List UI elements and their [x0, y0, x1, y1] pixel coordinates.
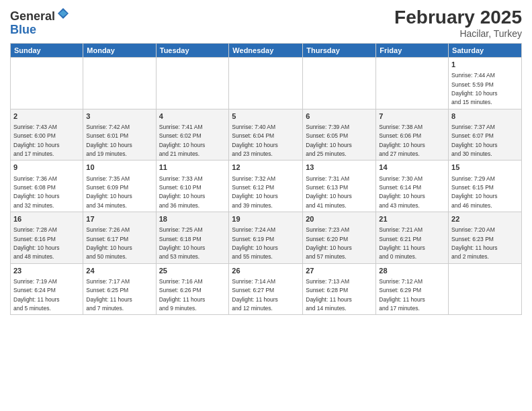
- calendar-day-cell: 13Sunrise: 7:31 AM Sunset: 6:13 PM Dayli…: [303, 161, 376, 212]
- calendar-day-cell: 18Sunrise: 7:25 AM Sunset: 6:18 PM Dayli…: [156, 212, 229, 263]
- header: General Blue February 2025 Hacilar, Turk…: [10, 7, 522, 39]
- day-info: Sunrise: 7:21 AM Sunset: 6:21 PM Dayligh…: [379, 226, 425, 260]
- calendar-day-cell: 4Sunrise: 7:41 AM Sunset: 6:02 PM Daylig…: [156, 109, 229, 161]
- title-block: February 2025 Hacilar, Turkey: [394, 7, 522, 39]
- calendar-week-row: 16Sunrise: 7:28 AM Sunset: 6:16 PM Dayli…: [11, 212, 522, 263]
- day-info: Sunrise: 7:12 AM Sunset: 6:29 PM Dayligh…: [379, 278, 425, 312]
- day-number: 9: [13, 163, 80, 173]
- calendar-day-cell: 27Sunrise: 7:13 AM Sunset: 6:28 PM Dayli…: [303, 263, 376, 315]
- day-info: Sunrise: 7:36 AM Sunset: 6:08 PM Dayligh…: [13, 175, 60, 209]
- day-info: Sunrise: 7:13 AM Sunset: 6:28 PM Dayligh…: [306, 278, 352, 312]
- calendar-header-cell: Thursday: [303, 44, 376, 58]
- day-info: Sunrise: 7:32 AM Sunset: 6:12 PM Dayligh…: [232, 175, 278, 209]
- day-info: Sunrise: 7:14 AM Sunset: 6:27 PM Dayligh…: [232, 278, 278, 312]
- calendar-day-cell: 22Sunrise: 7:20 AM Sunset: 6:23 PM Dayli…: [449, 212, 522, 263]
- calendar-day-cell: 25Sunrise: 7:16 AM Sunset: 6:26 PM Dayli…: [156, 263, 229, 315]
- calendar-day-cell: 12Sunrise: 7:32 AM Sunset: 6:12 PM Dayli…: [229, 161, 303, 212]
- calendar-week-row: 23Sunrise: 7:19 AM Sunset: 6:24 PM Dayli…: [11, 263, 522, 315]
- calendar-day-cell: [303, 58, 376, 109]
- calendar-header-cell: Sunday: [11, 44, 83, 58]
- calendar-day-cell: 15Sunrise: 7:29 AM Sunset: 6:15 PM Dayli…: [449, 161, 522, 212]
- day-info: Sunrise: 7:28 AM Sunset: 6:16 PM Dayligh…: [13, 226, 60, 260]
- calendar-day-cell: 16Sunrise: 7:28 AM Sunset: 6:16 PM Dayli…: [11, 212, 83, 263]
- calendar-day-cell: 24Sunrise: 7:17 AM Sunset: 6:25 PM Dayli…: [83, 263, 156, 315]
- day-number: 17: [86, 214, 152, 224]
- calendar-day-cell: 14Sunrise: 7:30 AM Sunset: 6:14 PM Dayli…: [376, 161, 449, 212]
- day-number: 20: [306, 214, 373, 224]
- day-number: 21: [379, 214, 445, 224]
- calendar-day-cell: 23Sunrise: 7:19 AM Sunset: 6:24 PM Dayli…: [11, 263, 83, 315]
- calendar-day-cell: 5Sunrise: 7:40 AM Sunset: 6:04 PM Daylig…: [229, 109, 303, 161]
- calendar-header-cell: Monday: [83, 44, 156, 58]
- day-info: Sunrise: 7:20 AM Sunset: 6:23 PM Dayligh…: [451, 226, 498, 260]
- day-number: 23: [13, 266, 80, 276]
- day-number: 26: [232, 266, 300, 276]
- calendar-day-cell: 9Sunrise: 7:36 AM Sunset: 6:08 PM Daylig…: [11, 161, 83, 212]
- day-number: 27: [306, 266, 373, 276]
- calendar-day-cell: [229, 58, 303, 109]
- day-info: Sunrise: 7:31 AM Sunset: 6:13 PM Dayligh…: [306, 175, 352, 209]
- calendar-day-cell: 8Sunrise: 7:37 AM Sunset: 6:07 PM Daylig…: [449, 109, 522, 161]
- calendar-week-row: 2Sunrise: 7:43 AM Sunset: 6:00 PM Daylig…: [11, 109, 522, 161]
- calendar-day-cell: 10Sunrise: 7:35 AM Sunset: 6:09 PM Dayli…: [83, 161, 156, 212]
- day-number: 2: [13, 111, 80, 122]
- day-info: Sunrise: 7:40 AM Sunset: 6:04 PM Dayligh…: [232, 124, 278, 157]
- calendar-day-cell: 26Sunrise: 7:14 AM Sunset: 6:27 PM Dayli…: [229, 263, 303, 315]
- day-number: 8: [451, 111, 519, 122]
- calendar-week-row: 1Sunrise: 7:44 AM Sunset: 5:59 PM Daylig…: [11, 58, 522, 109]
- calendar-day-cell: [83, 58, 156, 109]
- day-number: 3: [86, 111, 152, 122]
- day-info: Sunrise: 7:16 AM Sunset: 6:26 PM Dayligh…: [159, 278, 206, 312]
- day-info: Sunrise: 7:25 AM Sunset: 6:18 PM Dayligh…: [159, 226, 206, 260]
- day-number: 4: [159, 111, 226, 122]
- calendar-header-row: SundayMondayTuesdayWednesdayThursdayFrid…: [11, 44, 522, 58]
- day-number: 7: [379, 111, 445, 122]
- calendar-header: SundayMondayTuesdayWednesdayThursdayFrid…: [11, 44, 522, 58]
- day-info: Sunrise: 7:38 AM Sunset: 6:06 PM Dayligh…: [379, 124, 425, 157]
- title-month: February 2025: [394, 7, 522, 28]
- day-number: 15: [451, 163, 519, 173]
- day-number: 16: [13, 214, 80, 224]
- day-number: 13: [306, 163, 373, 173]
- day-number: 11: [159, 163, 226, 173]
- calendar-day-cell: 3Sunrise: 7:42 AM Sunset: 6:01 PM Daylig…: [83, 109, 156, 161]
- day-number: 25: [159, 266, 226, 276]
- logo: General Blue: [10, 7, 70, 37]
- day-info: Sunrise: 7:33 AM Sunset: 6:10 PM Dayligh…: [159, 175, 206, 209]
- calendar-day-cell: 19Sunrise: 7:24 AM Sunset: 6:19 PM Dayli…: [229, 212, 303, 263]
- day-info: Sunrise: 7:24 AM Sunset: 6:19 PM Dayligh…: [232, 226, 278, 260]
- day-info: Sunrise: 7:17 AM Sunset: 6:25 PM Dayligh…: [86, 278, 132, 312]
- day-info: Sunrise: 7:19 AM Sunset: 6:24 PM Dayligh…: [13, 278, 60, 312]
- calendar-day-cell: [11, 58, 83, 109]
- page: General Blue February 2025 Hacilar, Turk…: [0, 0, 532, 411]
- day-info: Sunrise: 7:35 AM Sunset: 6:09 PM Dayligh…: [86, 175, 132, 209]
- calendar-day-cell: 1Sunrise: 7:44 AM Sunset: 5:59 PM Daylig…: [449, 58, 522, 109]
- day-number: 24: [86, 266, 152, 276]
- calendar-day-cell: 11Sunrise: 7:33 AM Sunset: 6:10 PM Dayli…: [156, 161, 229, 212]
- day-info: Sunrise: 7:30 AM Sunset: 6:14 PM Dayligh…: [379, 175, 425, 209]
- calendar-day-cell: 7Sunrise: 7:38 AM Sunset: 6:06 PM Daylig…: [376, 109, 449, 161]
- calendar-day-cell: 6Sunrise: 7:39 AM Sunset: 6:05 PM Daylig…: [303, 109, 376, 161]
- day-info: Sunrise: 7:23 AM Sunset: 6:20 PM Dayligh…: [306, 226, 352, 260]
- day-number: 18: [159, 214, 226, 224]
- logo-blue-text: Blue: [10, 23, 36, 36]
- day-info: Sunrise: 7:42 AM Sunset: 6:01 PM Dayligh…: [86, 124, 132, 157]
- calendar-day-cell: [449, 263, 522, 315]
- logo-general-text: General: [10, 9, 55, 23]
- calendar-table: SundayMondayTuesdayWednesdayThursdayFrid…: [10, 43, 522, 315]
- day-number: 10: [86, 163, 152, 173]
- day-number: 19: [232, 214, 300, 224]
- day-info: Sunrise: 7:37 AM Sunset: 6:07 PM Dayligh…: [451, 124, 498, 157]
- day-info: Sunrise: 7:39 AM Sunset: 6:05 PM Dayligh…: [306, 124, 352, 157]
- day-info: Sunrise: 7:44 AM Sunset: 5:59 PM Dayligh…: [451, 72, 498, 105]
- day-number: 14: [379, 163, 445, 173]
- day-number: 1: [451, 60, 519, 70]
- calendar-day-cell: 21Sunrise: 7:21 AM Sunset: 6:21 PM Dayli…: [376, 212, 449, 263]
- calendar-day-cell: 28Sunrise: 7:12 AM Sunset: 6:29 PM Dayli…: [376, 263, 449, 315]
- calendar-header-cell: Saturday: [449, 44, 522, 58]
- day-info: Sunrise: 7:41 AM Sunset: 6:02 PM Dayligh…: [159, 124, 206, 157]
- calendar-header-cell: Tuesday: [156, 44, 229, 58]
- day-number: 5: [232, 111, 300, 122]
- day-info: Sunrise: 7:43 AM Sunset: 6:00 PM Dayligh…: [13, 124, 60, 157]
- day-info: Sunrise: 7:26 AM Sunset: 6:17 PM Dayligh…: [86, 226, 132, 260]
